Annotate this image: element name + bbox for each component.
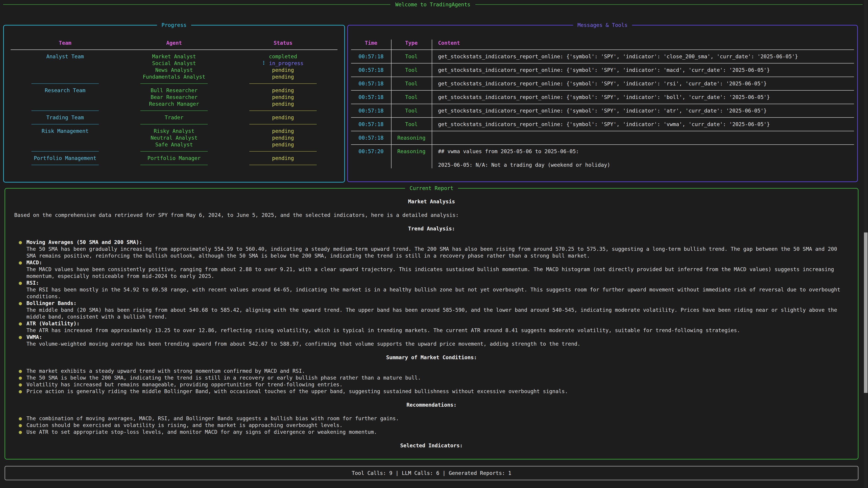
- table-row: Social Analyst ⠇in_progress: [11, 60, 338, 67]
- spinner-icon: ⠇: [262, 60, 266, 66]
- status-badge: pending: [228, 73, 338, 80]
- agent-name: Fundamentals Analyst: [120, 73, 228, 80]
- progress-panel-title: Progress: [157, 22, 191, 29]
- bullet-term: VWMA:: [26, 334, 581, 340]
- column-header-team: Team: [11, 39, 120, 46]
- table-row: Trading Team Trader pending: [11, 114, 338, 121]
- messages-table: Time Type Content 00:57:18 Tool get_stoc…: [351, 39, 854, 168]
- table-row: Fundamentals Analyst pending: [11, 73, 338, 80]
- column-header-status: Status: [228, 39, 338, 46]
- list-item: ● The combination of moving averages, MA…: [19, 415, 849, 422]
- row-separator: [351, 114, 854, 121]
- message-time: 00:57:18: [351, 53, 391, 60]
- bullet-term: Moving Averages (50 SMA and 200 SMA):: [26, 239, 849, 246]
- progress-table-header: Team Agent Status: [11, 39, 338, 46]
- messages-panel: Messages & Tools Time Type Content 00:57…: [347, 25, 858, 182]
- message-row: 00:57:18 Tool get_stockstats_indicators_…: [351, 67, 854, 73]
- bullet-icon: ●: [19, 388, 26, 395]
- message-row: 00:57:18 Tool get_stockstats_indicators_…: [351, 53, 854, 60]
- bullet-icon: ●: [19, 415, 26, 422]
- row-separator: [351, 141, 854, 148]
- bullet-icon: ●: [19, 367, 26, 375]
- agent-name: Social Analyst: [120, 60, 228, 67]
- group-separator: [11, 107, 338, 114]
- welcome-header: Welcome to TradingAgents: [3, 1, 863, 8]
- bullet-term: RSI:: [26, 280, 849, 286]
- table-row: Portfolio Management Portfolio Manager p…: [11, 155, 338, 162]
- list-item: ● Volatility has increased but remains m…: [19, 381, 849, 388]
- message-type: Tool: [391, 80, 432, 87]
- message-row: 00:57:18 Tool get_stockstats_indicators_…: [351, 107, 854, 114]
- bullet-icon: ●: [19, 320, 26, 334]
- group-separator: [11, 121, 338, 128]
- list-item: ● MACD: The MACD values have been consis…: [19, 259, 849, 280]
- scrollbar-thumb[interactable]: [864, 232, 868, 393]
- message-content: get_stockstats_indicators_report_online:…: [432, 80, 854, 87]
- bullet-body: The 50 SMA has been gradually increasing…: [26, 246, 849, 259]
- column-header-agent: Agent: [120, 39, 228, 46]
- recommendations-list: ● The combination of moving averages, MA…: [19, 415, 849, 435]
- bullet-body: The MACD values have been consistently p…: [26, 266, 849, 280]
- status-badge: ⠇in_progress: [228, 60, 338, 67]
- row-separator: [351, 87, 854, 94]
- list-item: ● The 50 SMA is below the 200 SMA, indic…: [19, 375, 849, 381]
- team-name: Analyst Team: [11, 53, 120, 60]
- status-badge: pending: [228, 128, 338, 134]
- messages-table-header: Time Type Content: [351, 39, 854, 46]
- message-type: Tool: [391, 67, 432, 73]
- list-item: ● Moving Averages (50 SMA and 200 SMA): …: [19, 239, 849, 259]
- bullet-body: The market exhibits a steady upward tren…: [26, 367, 305, 375]
- section-heading-recommendations: Recommendations:: [14, 401, 849, 408]
- status-badge: pending: [228, 114, 338, 121]
- bullet-body: The RSI has been mostly in the 54.92 to …: [26, 286, 849, 300]
- table-row: Neutral Analyst pending: [11, 134, 338, 141]
- bullet-body: The 50 SMA is below the 200 SMA, indicat…: [26, 375, 421, 381]
- message-type: Reasoning: [391, 134, 432, 141]
- agent-name: Bear Researcher: [120, 94, 228, 101]
- column-header-type: Type: [391, 39, 432, 46]
- message-time: 00:57:20: [351, 148, 391, 168]
- status-badge: completed: [228, 53, 338, 60]
- row-separator: [351, 46, 854, 53]
- bullet-body: The volume-weighted moving average has b…: [26, 340, 581, 347]
- app-title: Welcome to TradingAgents: [391, 1, 475, 8]
- agent-name: Trader: [120, 114, 228, 121]
- message-content: get_stockstats_indicators_report_online:…: [432, 94, 854, 101]
- message-time: 00:57:18: [351, 67, 391, 73]
- agent-name: Bull Researcher: [120, 87, 228, 94]
- agent-name: Safe Analyst: [120, 141, 228, 148]
- stats-text: Tool Calls: 9 | LLM Calls: 6 | Generated…: [352, 470, 511, 477]
- bullet-term: Bollinger Bands:: [26, 300, 849, 306]
- bullet-icon: ●: [19, 280, 26, 300]
- team-name: Portfolio Management: [11, 155, 120, 162]
- status-badge: pending: [228, 87, 338, 94]
- list-item: ● VWMA: The volume-weighted moving avera…: [19, 334, 849, 347]
- message-row: 00:57:18 Tool get_stockstats_indicators_…: [351, 80, 854, 87]
- status-badge: pending: [228, 134, 338, 141]
- table-row: Safe Analyst pending: [11, 141, 338, 148]
- bullet-body: Volatility has increased but remains man…: [26, 381, 343, 388]
- message-content: [432, 134, 854, 141]
- message-content: get_stockstats_indicators_report_online:…: [432, 53, 854, 60]
- report-body: Market Analysis Based on the comprehensi…: [5, 189, 858, 449]
- row-separator: [351, 73, 854, 80]
- progress-panel: Progress Team Agent Status Analyst Team …: [3, 25, 345, 183]
- report-heading: Market Analysis: [14, 198, 849, 205]
- message-type: Tool: [391, 121, 432, 128]
- group-separator: [11, 80, 338, 87]
- list-item: ● ATR (Volatility): The ATR has increase…: [19, 320, 849, 334]
- message-content: get_stockstats_indicators_report_online:…: [432, 121, 854, 128]
- bullet-body: Caution should be exercised as volatilit…: [26, 422, 343, 429]
- current-report-panel: Current Report Market Analysis Based on …: [4, 188, 859, 459]
- list-item: ● Caution should be exercised as volatil…: [19, 422, 849, 429]
- table-row: Bear Researcher pending: [11, 94, 338, 101]
- rule-line-left: [3, 4, 391, 5]
- table-row: Analyst Team Market Analyst completed: [11, 53, 338, 60]
- message-time: 00:57:18: [351, 80, 391, 87]
- row-separator: [351, 60, 854, 67]
- agent-name: Market Analyst: [120, 53, 228, 60]
- message-row: 00:57:20 Reasoning ## vwma values from 2…: [351, 148, 854, 168]
- message-type: Tool: [391, 94, 432, 101]
- agent-name: Risky Analyst: [120, 128, 228, 134]
- message-type: Tool: [391, 53, 432, 60]
